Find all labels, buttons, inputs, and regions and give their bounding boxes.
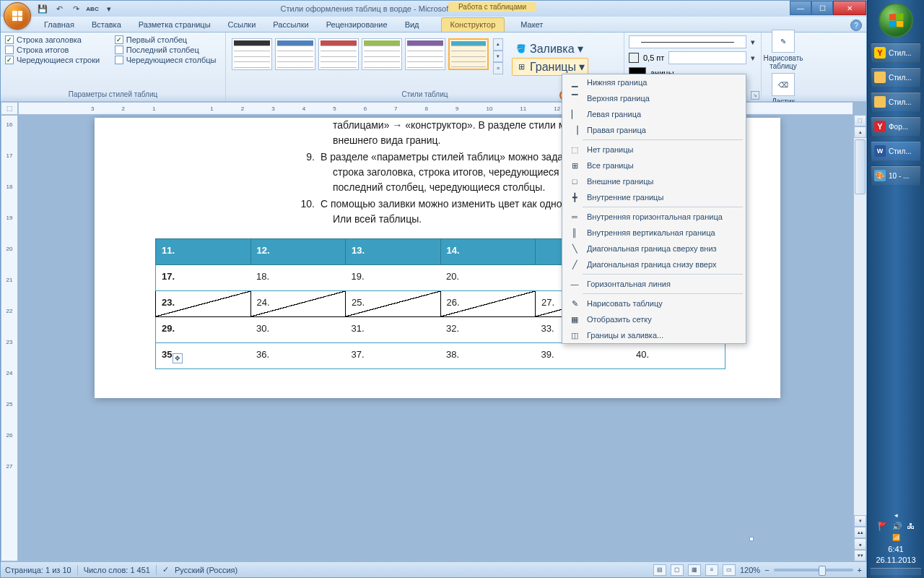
view-web-layout-icon[interactable]: ▦ [688,564,701,576]
menu-inside-vertical[interactable]: ║Внутренняя вертикальная граница [562,225,746,241]
status-word-count[interactable]: Число слов: 1 451 [84,566,150,574]
taskbar-item-active[interactable]: WСтил... [871,141,921,161]
table-cell[interactable]: 11. [156,239,251,265]
taskbar-item[interactable]: YСтил... [871,43,921,63]
tray-volume-icon[interactable]: 🔊 [892,522,902,531]
table-style-item[interactable] [318,38,359,70]
prev-page-icon[interactable]: ▴▴ [854,527,866,538]
table-move-handle[interactable]: ✥ [173,353,183,363]
qat-redo-icon[interactable]: ↷ [69,2,83,15]
help-button[interactable]: ? [850,20,862,31]
close-button[interactable]: ✕ [833,1,866,15]
tray-wifi-icon[interactable]: 📶 [892,534,900,541]
table-cell[interactable]: 26. [440,291,536,317]
tab-review[interactable]: Рецензирование [318,18,396,32]
qat-customize-icon[interactable]: ▾ [102,2,116,15]
scroll-down-icon[interactable]: ▾ [854,515,866,527]
table-cell[interactable]: 29. [156,317,251,343]
pen-weight-row[interactable]: 0,5 пт▾ [629,51,757,64]
table-cell[interactable]: 25. [346,291,441,317]
check-banded-rows[interactable]: ✓Чередующиеся строки [5,56,105,64]
check-banded-columns[interactable]: Чередующиеся столбцы [115,56,221,64]
menu-diagonal-down[interactable]: ╲Диагональная граница сверху вниз [562,241,746,256]
view-full-screen-icon[interactable]: ▢ [671,564,684,576]
table-cell[interactable]: 14. [440,239,536,265]
shading-button[interactable]: 🪣Заливка▾ [512,40,588,58]
tray-clock[interactable]: 6:41 26.11.2013 [876,544,915,565]
view-draft-icon[interactable]: ▭ [723,564,736,576]
pen-style-row[interactable]: ▾ [629,35,757,48]
table-cell[interactable]: 40. [630,343,725,369]
menu-top-border[interactable]: ▔Верхняя граница [562,90,746,106]
browse-object-icon[interactable]: ● [854,538,866,550]
menu-no-border[interactable]: ⬚Нет границы [562,142,746,158]
table-cell[interactable]: 32. [440,317,536,343]
start-button[interactable] [879,3,913,38]
taskbar-item[interactable]: Стил... [871,67,921,87]
check-first-column[interactable]: ✓Первый столбец [115,35,221,44]
menu-all-borders[interactable]: ⊞Все границы [562,158,746,173]
tab-view[interactable]: Вид [396,18,428,32]
gallery-up-icon[interactable]: ▴ [493,38,503,51]
table-cell[interactable]: 31. [346,317,441,343]
spellcheck-icon[interactable]: ✓ [162,565,169,574]
tab-page-layout[interactable]: Разметка страницы [130,18,219,32]
table-cell[interactable]: 36. [250,343,346,369]
check-total-row[interactable]: Строка итогов [5,46,105,54]
table-style-item[interactable] [405,38,445,70]
table-resize-handle[interactable] [749,537,754,541]
eraser-button[interactable]: ⌫ Ластик [766,73,801,105]
table-cell[interactable]: 30. [250,317,346,343]
menu-inside-borders[interactable]: ╋Внутренние границы [562,189,746,205]
taskbar-item[interactable]: YФор... [871,116,921,137]
minimize-button[interactable]: — [790,1,811,15]
status-language[interactable]: Русский (Россия) [175,566,237,574]
table-cell[interactable]: 35. [156,343,251,369]
table-cell[interactable]: 37. [346,343,441,369]
table-cell[interactable]: 38. [440,343,536,369]
table-cell[interactable]: 13. [346,239,441,265]
menu-right-border[interactable]: ▕Правая граница [562,122,746,138]
office-button[interactable] [4,2,31,30]
gallery-more-icon[interactable]: ≡ [493,62,503,74]
table-cell[interactable]: 18. [250,265,346,291]
menu-inside-horizontal[interactable]: ═Внутренняя горизонтальная граница [562,209,746,225]
menu-bottom-border[interactable]: ▁Нижняя граница [562,74,746,90]
check-last-column[interactable]: Последний столбец [115,46,221,54]
next-page-icon[interactable]: ▾▾ [854,550,866,561]
draw-table-button[interactable]: ✎ Нарисовать таблицу [766,30,801,70]
show-desktop-button[interactable] [871,568,921,575]
zoom-slider[interactable] [774,569,853,571]
qat-undo-icon[interactable]: ↶ [52,2,66,15]
tab-references[interactable]: Ссылки [219,18,265,32]
group-launcher-icon[interactable]: ↘ [751,91,759,100]
tab-design[interactable]: Конструктор [441,17,505,32]
view-outline-icon[interactable]: ≡ [705,564,718,576]
tab-mailings[interactable]: Рассылки [264,18,317,32]
menu-view-gridlines[interactable]: ▦Отобразить сетку [562,311,746,327]
gallery-down-icon[interactable]: ▾ [493,51,503,63]
table-cell[interactable]: 17. [156,265,251,291]
table-cell[interactable]: 12. [250,239,346,265]
taskbar-item[interactable]: Стил... [871,92,921,112]
maximize-button[interactable]: ☐ [811,1,833,15]
menu-draw-table[interactable]: ✎Нарисовать таблицу [562,296,746,311]
table-style-item-selected[interactable] [448,38,489,70]
qat-spellcheck-icon[interactable]: ABC [85,2,100,15]
table-cell[interactable]: 24. [250,291,346,317]
tab-home[interactable]: Главная [35,18,83,32]
tab-insert[interactable]: Вставка [83,18,130,32]
table-style-item[interactable] [362,38,402,70]
status-page[interactable]: Страница: 1 из 10 [5,566,71,574]
menu-left-border[interactable]: ▏Левая граница [562,106,746,122]
table-styles-gallery[interactable]: ▴ ▾ ≡ [230,35,505,77]
menu-borders-shading-dialog[interactable]: ◫Границы и заливка... [562,327,746,343]
table-cell[interactable]: 39. [536,343,631,369]
table-style-item[interactable] [275,38,315,70]
scroll-up-icon[interactable]: ▴ [854,126,866,138]
status-zoom[interactable]: 120% [740,566,760,574]
menu-diagonal-up[interactable]: ╱Диагональная граница снизу вверх [562,256,746,272]
vertical-ruler[interactable]: 161718192021222324252627 [1,115,18,561]
menu-outside-borders[interactable]: □Внешние границы [562,173,746,189]
view-print-layout-icon[interactable]: ▤ [653,564,666,576]
